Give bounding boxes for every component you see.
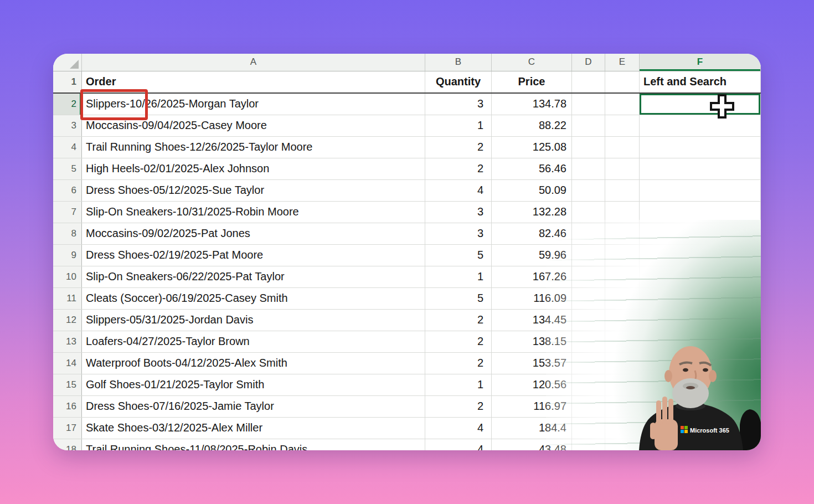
shirt-text: Microsoft 365: [690, 427, 729, 434]
cell-e1[interactable]: [605, 71, 640, 92]
cell-quantity[interactable]: 3: [425, 94, 492, 115]
cell-d[interactable]: [572, 94, 605, 115]
cell-quantity-header[interactable]: Quantity: [425, 71, 492, 92]
presenter-ear: [664, 370, 672, 382]
cell-quantity[interactable]: 4: [425, 418, 492, 439]
cell-quantity[interactable]: 3: [425, 202, 492, 223]
cell-quantity[interactable]: 1: [425, 374, 492, 395]
row-number[interactable]: 17: [53, 418, 82, 439]
cell-order[interactable]: Waterproof Boots-04/12/2025-Alex Smith: [82, 353, 425, 374]
cell-order[interactable]: Loafers-04/27/2025-Taylor Brown: [82, 331, 425, 352]
presenter-eye: [683, 368, 688, 372]
cell-order[interactable]: Slip-On Sneakers-10/31/2025-Robin Moore: [82, 202, 425, 223]
cell-order[interactable]: Golf Shoes-01/21/2025-Taylor Smith: [82, 374, 425, 395]
row-number[interactable]: 2: [53, 94, 82, 115]
cell-quantity[interactable]: 2: [425, 353, 492, 374]
cell-price[interactable]: 134.78: [492, 94, 572, 115]
selected-cell-f2[interactable]: [640, 94, 761, 115]
row-number[interactable]: 14: [53, 353, 82, 374]
cell-f[interactable]: [640, 180, 761, 201]
cell-f[interactable]: [640, 137, 761, 158]
select-all-triangle-icon: [70, 60, 79, 69]
cell-quantity[interactable]: 2: [425, 310, 492, 331]
table-row: 5 High Heels-02/01/2025-Alex Johnson 2 5…: [53, 158, 761, 180]
row-number[interactable]: 11: [53, 288, 82, 309]
cell-order[interactable]: Slippers-10/26/2025-Morgan Taylor: [82, 94, 425, 115]
cell-quantity[interactable]: 1: [425, 115, 492, 136]
row-number[interactable]: 10: [53, 266, 82, 287]
row-number[interactable]: 1: [53, 71, 82, 92]
cell-order[interactable]: Moccasins-09/04/2025-Casey Moore: [82, 115, 425, 136]
cell-quantity[interactable]: 2: [425, 331, 492, 352]
cell-f[interactable]: [640, 115, 761, 136]
cell-quantity[interactable]: 4: [425, 180, 492, 201]
cell-e[interactable]: [605, 180, 640, 201]
cell-price[interactable]: 56.46: [492, 158, 572, 179]
row-number[interactable]: 16: [53, 396, 82, 417]
spreadsheet-window: ABCDEF 1 Order Quantity Price Left and S…: [53, 54, 761, 450]
cell-quantity[interactable]: 1: [425, 266, 492, 287]
row-number[interactable]: 4: [53, 137, 82, 158]
row-number[interactable]: 12: [53, 310, 82, 331]
cell-quantity[interactable]: 5: [425, 288, 492, 309]
select-all-button[interactable]: [53, 54, 82, 71]
cell-order[interactable]: Trail Running Shoes-12/26/2025-Taylor Mo…: [82, 137, 425, 158]
cell-order[interactable]: Cleats (Soccer)-06/19/2025-Casey Smith: [82, 288, 425, 309]
column-header[interactable]: D: [572, 54, 605, 71]
cell-price[interactable]: 88.22: [492, 115, 572, 136]
cell-order[interactable]: Trail Running Shoes-11/08/2025-Robin Dav…: [82, 439, 425, 450]
cell-d[interactable]: [572, 158, 605, 179]
column-header[interactable]: C: [492, 54, 572, 71]
cell-left-and-search-header[interactable]: Left and Search: [640, 71, 761, 92]
column-header[interactable]: B: [425, 54, 492, 71]
cell-order[interactable]: High Heels-02/01/2025-Alex Johnson: [82, 158, 425, 179]
cell-order[interactable]: Dress Shoes-02/19/2025-Pat Moore: [82, 245, 425, 266]
cell-order[interactable]: Slippers-05/31/2025-Jordan Davis: [82, 310, 425, 331]
column-header[interactable]: E: [605, 54, 640, 71]
cell-f[interactable]: [640, 158, 761, 179]
table-row: 4 Trail Running Shoes-12/26/2025-Taylor …: [53, 137, 761, 158]
cell-e[interactable]: [605, 137, 640, 158]
row-number[interactable]: 6: [53, 180, 82, 201]
cell-order[interactable]: Dress Shoes-05/12/2025-Sue Taylor: [82, 180, 425, 201]
cell-e[interactable]: [605, 94, 640, 115]
cell-d1[interactable]: [572, 71, 605, 92]
column-header[interactable]: A: [82, 54, 425, 71]
row-number[interactable]: 15: [53, 374, 82, 395]
cell-order[interactable]: Moccasins-09/02/2025-Pat Jones: [82, 223, 425, 244]
presenter-webcam: Microsoft 365: [574, 292, 761, 450]
cell-e[interactable]: [605, 158, 640, 179]
presenter-mouth: [686, 386, 695, 389]
row-number[interactable]: 13: [53, 331, 82, 352]
row-number[interactable]: 18: [53, 439, 82, 450]
cell-price[interactable]: 125.08: [492, 137, 572, 158]
cell-order[interactable]: Skate Shoes-03/12/2025-Alex Miller: [82, 418, 425, 439]
cell-quantity[interactable]: 5: [425, 245, 492, 266]
presenter-arm: [740, 409, 761, 450]
row-number[interactable]: 5: [53, 158, 82, 179]
table-row: 6 Dress Shoes-05/12/2025-Sue Taylor 4 50…: [53, 180, 761, 202]
table-header-row: 1 Order Quantity Price Left and Search: [53, 71, 761, 94]
cell-e[interactable]: [605, 115, 640, 136]
cell-price[interactable]: 50.09: [492, 180, 572, 201]
presenter-ear: [709, 370, 717, 382]
row-number[interactable]: 9: [53, 245, 82, 266]
cell-d[interactable]: [572, 115, 605, 136]
row-number[interactable]: 3: [53, 115, 82, 136]
table-row: 3 Moccasins-09/04/2025-Casey Moore 1 88.…: [53, 115, 761, 137]
cell-price-header[interactable]: Price: [492, 71, 572, 92]
cell-d[interactable]: [572, 180, 605, 201]
column-header[interactable]: F: [640, 54, 761, 71]
column-header-row: ABCDEF: [53, 54, 761, 71]
cell-quantity[interactable]: 2: [425, 137, 492, 158]
cell-quantity[interactable]: 2: [425, 396, 492, 417]
cell-quantity[interactable]: 2: [425, 158, 492, 179]
cell-order[interactable]: Slip-On Sneakers-06/22/2025-Pat Taylor: [82, 266, 425, 287]
cell-d[interactable]: [572, 137, 605, 158]
cell-order-header[interactable]: Order: [82, 71, 425, 92]
cell-order[interactable]: Dress Shoes-07/16/2025-Jamie Taylor: [82, 396, 425, 417]
row-number[interactable]: 7: [53, 202, 82, 223]
cell-quantity[interactable]: 3: [425, 223, 492, 244]
cell-quantity[interactable]: 4: [425, 439, 492, 450]
row-number[interactable]: 8: [53, 223, 82, 244]
